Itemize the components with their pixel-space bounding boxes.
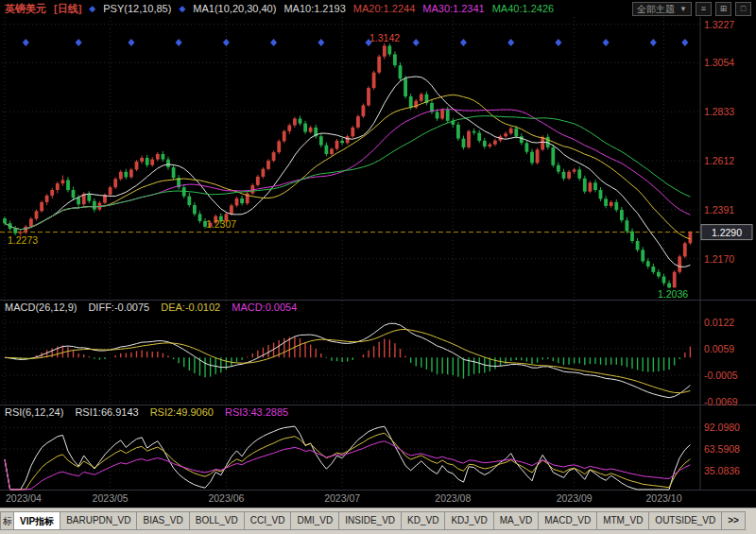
period-label[interactable]: [日线] xyxy=(54,2,81,16)
ma30-line xyxy=(5,110,690,230)
x-axis-label: 2023/08 xyxy=(435,492,471,504)
macd-dea-value: DEA:-0.0102 xyxy=(161,301,220,313)
tab-cci-vd[interactable]: CCI_VD xyxy=(244,511,292,530)
ma-diamond-icon: ◆ xyxy=(179,4,185,13)
header-controls: 全部主题 ▼ ≡ ⊞ □ xyxy=(632,2,751,16)
x-axis-label: 2023/10 xyxy=(646,492,682,504)
psy-diamond-icon xyxy=(270,39,277,46)
theme-dropdown-label: 全部主题 xyxy=(637,3,675,15)
tab-bias-vd[interactable]: BIAS_VD xyxy=(136,511,189,530)
psy-diamond-icon: ◆ xyxy=(89,4,95,13)
x-axis-label: 2023/06 xyxy=(208,492,244,504)
ma30-value: MA30:1.2341 xyxy=(422,3,484,14)
psy-diamond-icon xyxy=(681,39,688,46)
header: 英镑美元 [日线] ◆ PSY(12,10,85) ◆ MA1(10,20,30… xyxy=(0,0,756,17)
y-axis-label: 1.2833 xyxy=(704,106,734,117)
menu-icon[interactable]: ≡ xyxy=(696,2,712,16)
macd-title[interactable]: MACD(26,12,9) xyxy=(5,301,77,313)
candlestick-series xyxy=(3,43,692,289)
tab-macd-vd[interactable]: MACD_VD xyxy=(538,511,597,530)
price-annotation: 1.2036 xyxy=(658,288,688,300)
psy-diamond-icon xyxy=(460,39,467,46)
tab-mtm-vd[interactable]: MTM_VD xyxy=(596,511,649,530)
macd-axis-label: -0.0069 xyxy=(704,396,738,407)
ma20-value: MA20:1.2244 xyxy=(353,3,415,14)
tab-vip-indicators[interactable]: VIP指标 xyxy=(13,511,60,530)
tab-inside-vd[interactable]: INSIDE_VD xyxy=(338,511,402,530)
rsi2-value: RSI2:49.9060 xyxy=(150,406,214,418)
tab-barupdn-vd[interactable]: BARUPDN_VD xyxy=(60,511,137,530)
rsi24-line xyxy=(5,441,690,490)
indicator-tab-bar: 标VIP指标BARUPDN_VDBIAS_VDBOLL_VDCCI_VDDMI_… xyxy=(0,508,756,534)
ma40-line xyxy=(5,116,690,230)
psy-diamond-icon xyxy=(603,39,610,46)
ma-group-label[interactable]: MA1(10,20,30,40) xyxy=(193,3,276,14)
rsi-axis-label: 35.0836 xyxy=(704,465,740,476)
psy-diamond-icon xyxy=(555,39,561,46)
rsi3-value: RSI3:43.2885 xyxy=(225,406,288,418)
rsi12-line xyxy=(5,433,690,490)
gridlines xyxy=(2,17,699,490)
rsi-header-row: RSI(6,12,24) RSI1:66.9143 RSI2:49.9060 R… xyxy=(5,406,288,418)
y-axis-label: 1.2170 xyxy=(704,253,734,265)
rsi-axis-label: 63.5908 xyxy=(704,443,740,455)
macd-hist-value: MACD:0.0054 xyxy=(232,301,297,313)
y-axis-label: 1.2612 xyxy=(704,155,734,166)
psy-diamond-icon xyxy=(507,39,514,46)
macd-axis-label: 0.0122 xyxy=(704,317,734,328)
current-price-value: 1.2290 xyxy=(712,227,742,238)
price-annotation: 1.2307 xyxy=(206,218,236,230)
macd-axis-label: -0.0005 xyxy=(704,370,738,381)
price-annotation: 1.3142 xyxy=(369,32,400,43)
grid-icon[interactable]: ⊞ xyxy=(715,2,731,16)
tab-kdj-vd[interactable]: KDJ_VD xyxy=(444,511,493,530)
psy-diamond-icon xyxy=(76,39,82,46)
psy-markers xyxy=(23,39,689,46)
tab-outside-vd[interactable]: OUTSIDE_VD xyxy=(648,511,722,530)
psy-diamond-icon xyxy=(176,39,182,46)
ma40-value: MA40:1.2426 xyxy=(492,3,554,14)
rsi1-value: RSI1:66.9143 xyxy=(75,406,138,418)
y-axis-label: 1.2391 xyxy=(704,204,734,215)
tab-ma-vd[interactable]: MA_VD xyxy=(493,511,539,530)
x-axis-label: 2023/07 xyxy=(324,492,360,504)
x-axis-label: 2023/05 xyxy=(93,492,129,504)
tab-dmi-vd[interactable]: DMI_VD xyxy=(290,511,339,530)
psy-diamond-icon xyxy=(650,39,657,46)
psy-diamond-icon xyxy=(128,39,134,46)
tab-kd-vd[interactable]: KD_VD xyxy=(401,511,445,530)
x-axis-label: 2023/04 xyxy=(6,492,42,504)
tab-boll-vd[interactable]: BOLL_VD xyxy=(189,511,245,530)
ma10-line xyxy=(5,77,690,267)
macd-header-row: MACD(26,12,9) DIFF:-0.0075 DEA:-0.0102 M… xyxy=(5,301,297,313)
x-axis-labels: 2023/042023/052023/062023/072023/082023/… xyxy=(6,492,682,504)
psy-diamond-icon xyxy=(318,39,324,46)
x-axis-label: 2023/09 xyxy=(557,492,593,504)
tabs-more-button[interactable]: >> xyxy=(721,511,746,530)
macd-axis-labels: 0.01220.0059-0.0005-0.0069 xyxy=(704,317,738,407)
macd-histogram xyxy=(5,336,690,378)
y-axis-label: 1.3227 xyxy=(704,19,734,30)
ma20-line xyxy=(5,95,690,239)
ma10-value: MA10:1.2193 xyxy=(284,3,345,14)
price-annotation: 1.2273 xyxy=(8,234,38,246)
macd-diff-value: DIFF:-0.0075 xyxy=(88,301,149,313)
psy-diamond-icon xyxy=(413,39,420,46)
trading-app-window: 英镑美元 [日线] ◆ PSY(12,10,85) ◆ MA1(10,20,30… xyxy=(0,0,756,534)
rsi-title[interactable]: RSI(6,12,24) xyxy=(5,406,63,418)
y-axis-label: 1.3054 xyxy=(704,57,734,68)
macd-axis-label: 0.0059 xyxy=(704,343,734,354)
symbol-name[interactable]: 英镑美元 xyxy=(5,2,46,16)
psy-indicator-label[interactable]: PSY(12,10,85) xyxy=(103,3,171,14)
chevron-down-icon: ▼ xyxy=(679,3,687,15)
price-chart[interactable]: 1.22731.23071.31421.20361.32271.30541.28… xyxy=(0,0,756,508)
tab-partial[interactable]: 标 xyxy=(0,511,14,530)
rsi-axis-label: 92.0980 xyxy=(704,422,740,433)
rsi-axis-labels: 92.098063.590835.0836 xyxy=(704,422,740,476)
theme-dropdown[interactable]: 全部主题 ▼ xyxy=(632,2,692,16)
psy-diamond-icon xyxy=(23,39,29,46)
window-icon[interactable]: □ xyxy=(735,2,751,16)
psy-diamond-icon xyxy=(223,39,230,46)
